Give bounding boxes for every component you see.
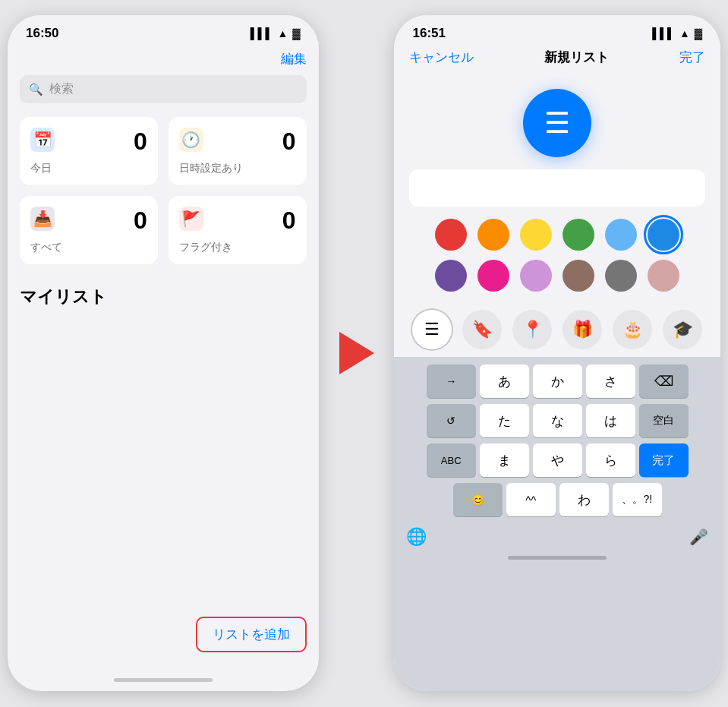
- list-icon-symbol: ☰: [544, 106, 570, 140]
- icon-list-button[interactable]: ☰: [412, 310, 452, 349]
- color-orange[interactable]: [477, 219, 509, 251]
- scheduled-icon: 🕐: [179, 128, 203, 152]
- scheduled-count: 0: [282, 128, 296, 156]
- key-na[interactable]: な: [533, 404, 582, 437]
- icon-gift-button[interactable]: 🎁: [563, 310, 602, 349]
- today-label: 今日: [30, 162, 147, 175]
- keyboard-row-2: ↺ た な は 空白: [399, 404, 716, 437]
- color-brown[interactable]: [563, 260, 594, 292]
- right-arrow-icon: [339, 332, 374, 374]
- signal-icon: ▌▌▌: [251, 27, 273, 39]
- key-emoji[interactable]: 😊: [453, 483, 503, 516]
- wifi-icon: ▲: [277, 27, 288, 39]
- key-undo[interactable]: ↺: [427, 404, 476, 437]
- screen1-iphone: 16:50 ▌▌▌ ▲ ▓ 編集 🔍 検索 📅 0: [8, 15, 319, 691]
- key-sa[interactable]: さ: [586, 365, 635, 398]
- color-light-blue[interactable]: [605, 219, 637, 251]
- key-done[interactable]: 完了: [639, 443, 689, 477]
- my-lists-heading: マイリスト: [20, 286, 307, 308]
- edit-button[interactable]: 編集: [20, 50, 307, 68]
- flagged-label: フラグ付き: [179, 241, 296, 254]
- today-count: 0: [134, 128, 147, 156]
- color-row-2: [409, 260, 705, 292]
- search-placeholder-text: 検索: [49, 81, 74, 97]
- keyboard-row-1: → あ か さ ⌫: [399, 365, 716, 398]
- color-lavender[interactable]: [520, 260, 552, 292]
- search-icon: 🔍: [29, 83, 43, 96]
- key-ya[interactable]: や: [533, 443, 582, 477]
- color-blue[interactable]: [648, 219, 679, 251]
- status-bar-1: 16:50 ▌▌▌ ▲ ▓: [8, 15, 319, 44]
- transition-arrow: [334, 15, 380, 691]
- globe-icon[interactable]: 🌐: [406, 527, 427, 547]
- key-ta[interactable]: た: [480, 404, 529, 437]
- smart-card-scheduled[interactable]: 🕐 0 日時設定あり: [169, 117, 307, 185]
- key-punct[interactable]: 、。?!: [613, 483, 662, 516]
- icon-picker-section: ☰ 🔖 📍 🎁 🎂 🎓: [394, 310, 720, 357]
- smart-card-scheduled-header: 🕐 0: [179, 128, 296, 156]
- key-abc[interactable]: ABC: [427, 443, 476, 477]
- key-delete[interactable]: ⌫: [639, 365, 689, 398]
- keyboard-row-4: 😊 ^^ わ 、。?!: [399, 483, 716, 516]
- color-rose[interactable]: [648, 260, 679, 292]
- keyboard-row-3: ABC ま や ら 完了: [399, 443, 716, 477]
- key-ra[interactable]: ら: [586, 443, 635, 477]
- key-a[interactable]: あ: [480, 365, 529, 398]
- battery-icon: ▓: [292, 27, 300, 39]
- key-wa[interactable]: わ: [559, 483, 609, 516]
- icon-cake-button[interactable]: 🎂: [613, 310, 652, 349]
- color-red[interactable]: [435, 219, 467, 251]
- key-arrow[interactable]: →: [427, 365, 476, 398]
- color-purple[interactable]: [435, 260, 467, 292]
- icon-graduation-button[interactable]: 🎓: [663, 310, 702, 349]
- status-icons-2: ▌▌▌ ▲ ▓: [652, 27, 702, 39]
- keyboard-area: → あ か さ ⌫ ↺ た な は 空白 ABC ま や ら 完了: [394, 357, 720, 691]
- home-indicator-2: [508, 556, 607, 560]
- smart-lists-grid: 📅 0 今日 🕐 0 日時設定あり: [20, 117, 307, 264]
- color-green[interactable]: [563, 219, 594, 251]
- home-indicator-1: [114, 678, 213, 682]
- screen2-iphone: 16:51 ▌▌▌ ▲ ▓ キャンセル 新規リスト 完了 ☰: [394, 15, 720, 691]
- done-button[interactable]: 完了: [679, 49, 705, 66]
- status-bar-2: 16:51 ▌▌▌ ▲ ▓: [394, 15, 720, 44]
- key-ha[interactable]: は: [586, 404, 635, 437]
- add-list-button[interactable]: リストを追加: [196, 617, 307, 652]
- smart-card-all[interactable]: 📥 0 すべて: [20, 196, 158, 264]
- key-ma[interactable]: ま: [480, 443, 529, 477]
- icon-preview-area: ☰: [394, 74, 720, 169]
- cancel-button[interactable]: キャンセル: [409, 49, 474, 66]
- add-list-row: リストを追加: [20, 617, 307, 660]
- color-dark-gray[interactable]: [605, 260, 637, 292]
- mic-icon[interactable]: 🎤: [689, 528, 708, 546]
- search-bar[interactable]: 🔍 検索: [20, 75, 307, 103]
- battery-icon-2: ▓: [695, 27, 702, 39]
- icon-selector-bar: ☰ 🔖 📍 🎁 🎂 🎓: [409, 310, 705, 349]
- color-pink[interactable]: [477, 260, 509, 292]
- list-name-input-row: [394, 169, 720, 219]
- key-ka[interactable]: か: [533, 365, 582, 398]
- main-container: 16:50 ▌▌▌ ▲ ▓ 編集 🔍 検索 📅 0: [0, 0, 728, 707]
- keyboard-bottom-row: 🌐 🎤: [399, 522, 716, 551]
- scheduled-label: 日時設定あり: [179, 162, 296, 175]
- smart-card-today-header: 📅 0: [30, 128, 147, 156]
- list-icon-circle[interactable]: ☰: [523, 89, 591, 157]
- flagged-count: 0: [282, 207, 296, 235]
- status-time-1: 16:50: [26, 26, 58, 41]
- key-space[interactable]: 空白: [639, 404, 689, 437]
- wifi-icon-2: ▲: [679, 27, 690, 39]
- icon-pin-button[interactable]: 📍: [512, 310, 552, 349]
- smart-card-flagged[interactable]: 🚩 0 フラグ付き: [169, 196, 307, 264]
- status-time-2: 16:51: [412, 26, 445, 41]
- screen1-main: 編集 🔍 検索 📅 0 今日: [8, 44, 319, 672]
- icon-bookmark-button[interactable]: 🔖: [462, 310, 502, 349]
- all-icon: 📥: [30, 207, 55, 231]
- smart-card-today[interactable]: 📅 0 今日: [20, 117, 158, 185]
- list-name-input[interactable]: [409, 169, 705, 207]
- all-count: 0: [134, 207, 147, 235]
- smart-card-all-header: 📥 0: [30, 207, 147, 235]
- color-yellow[interactable]: [520, 219, 552, 251]
- color-row-1: [409, 219, 705, 251]
- status-icons-1: ▌▌▌ ▲ ▓: [251, 27, 301, 39]
- color-picker-section: [394, 219, 720, 310]
- key-dakuten[interactable]: ^^: [506, 483, 556, 516]
